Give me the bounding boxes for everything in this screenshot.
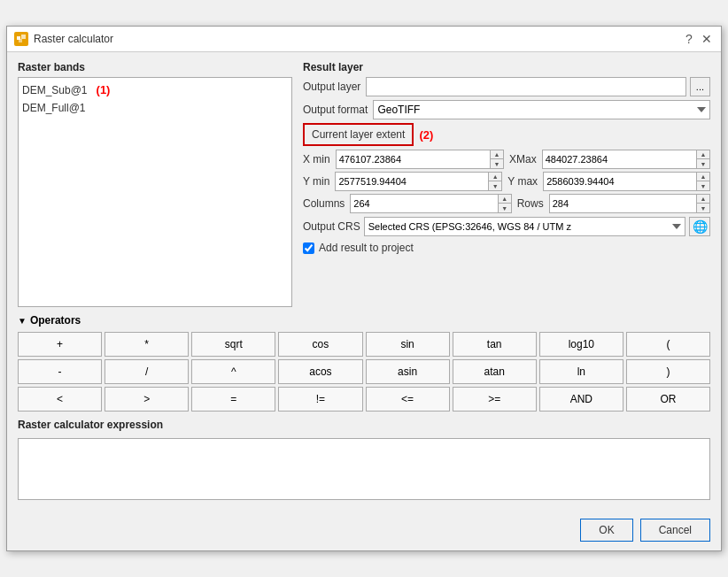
close-button[interactable]: ✕ [700, 32, 714, 46]
xmax-arrows: ▲ ▼ [697, 150, 710, 169]
extent-row-x: X min ▲ ▼ XMax ▲ ▼ [303, 150, 710, 169]
rows-label: Rows [517, 197, 544, 210]
current-layer-wrap: Current layer extent (2) [303, 123, 710, 146]
extent-row-y: Y min ▲ ▼ Y max ▲ ▼ [303, 172, 710, 191]
expression-textarea[interactable] [18, 438, 710, 500]
ymax-spin: ▲ ▼ [543, 172, 710, 191]
op-multiply[interactable]: * [105, 332, 189, 357]
rows-spin: ▲ ▼ [549, 194, 710, 213]
titlebar-left: Raster calculator [14, 32, 113, 46]
op-rparen[interactable]: ) [626, 359, 710, 384]
op-and[interactable]: AND [539, 387, 623, 412]
op-eq[interactable]: = [191, 387, 275, 412]
ok-button[interactable]: OK [580, 519, 632, 542]
op-plus[interactable]: + [18, 332, 102, 357]
browse-button[interactable]: ... [690, 77, 710, 96]
cancel-button[interactable]: Cancel [640, 519, 710, 542]
cols-rows-row: Columns ▲ ▼ Rows ▲ ▼ [303, 194, 710, 213]
ymin-up[interactable]: ▲ [489, 173, 501, 181]
op-lte[interactable]: <= [366, 387, 450, 412]
svg-rect-1 [21, 35, 26, 39]
op-asin[interactable]: asin [366, 359, 450, 384]
add-result-row: Add result to project [303, 242, 710, 254]
band-item-dem-sub[interactable]: DEM_Sub@1 (1) [22, 81, 288, 100]
xmin-label: X min [303, 153, 330, 165]
rows-up[interactable]: ▲ [697, 195, 709, 204]
op-neq[interactable]: != [278, 387, 362, 412]
columns-spin: ▲ ▼ [350, 194, 511, 213]
output-layer-input[interactable] [366, 77, 685, 96]
op-atan[interactable]: atan [453, 359, 537, 384]
current-layer-extent-button[interactable]: Current layer extent [303, 123, 414, 146]
ymax-down[interactable]: ▼ [697, 181, 709, 190]
expression-title: Raster calculator expression [18, 419, 710, 431]
xmin-input[interactable] [336, 150, 491, 169]
columns-label: Columns [303, 197, 345, 210]
ymin-arrows: ▲ ▼ [489, 172, 502, 191]
output-format-select[interactable]: GeoTIFF [373, 100, 710, 119]
ymin-down[interactable]: ▼ [489, 181, 501, 190]
app-icon [14, 32, 28, 46]
xmin-arrows: ▲ ▼ [491, 150, 504, 169]
xmin-up[interactable]: ▲ [491, 150, 503, 159]
op-tan[interactable]: tan [453, 332, 537, 357]
op-ln[interactable]: ln [539, 359, 623, 384]
help-button[interactable]: ? [682, 32, 696, 46]
columns-up[interactable]: ▲ [499, 195, 511, 204]
ymax-arrows: ▲ ▼ [697, 172, 710, 191]
window-title: Raster calculator [34, 33, 113, 45]
op-power[interactable]: ^ [191, 359, 275, 384]
ymin-spin: ▲ ▼ [335, 172, 502, 191]
raster-bands-title: Raster bands [18, 61, 292, 73]
output-layer-label: Output layer [303, 81, 360, 93]
raster-calculator-window: Raster calculator ? ✕ Raster bands DEM_S… [6, 26, 722, 551]
op-sin[interactable]: sin [366, 332, 450, 357]
rows-down[interactable]: ▼ [697, 204, 709, 212]
xmax-spin: ▲ ▼ [542, 150, 710, 169]
top-section: Raster bands DEM_Sub@1 (1) DEM_Full@1 Re… [18, 61, 710, 307]
globe-button[interactable]: 🌐 [689, 217, 710, 236]
operators-header: ▼ Operators [18, 314, 710, 327]
op-cos[interactable]: cos [278, 332, 362, 357]
output-crs-row: Output CRS Selected CRS (EPSG:32646, WGS… [303, 217, 710, 236]
op-divide[interactable]: / [105, 359, 189, 384]
xmax-up[interactable]: ▲ [697, 150, 709, 159]
ymax-input[interactable] [543, 172, 697, 191]
output-format-label: Output format [303, 104, 368, 116]
xmin-spin: ▲ ▼ [336, 150, 504, 169]
op-log10[interactable]: log10 [539, 332, 623, 357]
ymax-label: Y max [507, 175, 538, 188]
ymin-label: Y min [303, 175, 329, 188]
ymin-input[interactable] [335, 172, 489, 191]
raster-bands-box[interactable]: DEM_Sub@1 (1) DEM_Full@1 [18, 77, 292, 307]
annotation-1: (1) [97, 83, 111, 96]
op-minus[interactable]: - [18, 359, 102, 384]
op-acos[interactable]: acos [278, 359, 362, 384]
collapse-icon[interactable]: ▼ [18, 316, 27, 326]
columns-input[interactable] [350, 194, 498, 213]
svg-rect-2 [19, 39, 22, 42]
band-item-dem-full[interactable]: DEM_Full@1 [22, 100, 288, 117]
operators-title: Operators [30, 314, 81, 327]
op-gte[interactable]: >= [453, 387, 537, 412]
op-lt[interactable]: < [18, 387, 102, 412]
operators-section: ▼ Operators + * sqrt cos sin tan log10 (… [18, 314, 710, 412]
result-layer-title: Result layer [303, 61, 710, 73]
op-or[interactable]: OR [626, 387, 710, 412]
expression-section: Raster calculator expression [18, 419, 710, 503]
xmin-down[interactable]: ▼ [491, 159, 503, 168]
columns-down[interactable]: ▼ [499, 204, 511, 212]
crs-select[interactable]: Selected CRS (EPSG:32646, WGS 84 / UTM z [364, 217, 685, 236]
op-lparen[interactable]: ( [626, 332, 710, 357]
titlebar: Raster calculator ? ✕ [7, 27, 721, 52]
xmax-input[interactable] [542, 150, 697, 169]
xmax-down[interactable]: ▼ [697, 159, 709, 168]
rows-input[interactable] [549, 194, 697, 213]
op-gt[interactable]: > [105, 387, 189, 412]
ymax-up[interactable]: ▲ [697, 173, 709, 181]
add-result-checkbox[interactable] [303, 242, 314, 254]
columns-arrows: ▲ ▼ [499, 194, 512, 213]
op-sqrt[interactable]: sqrt [191, 332, 275, 357]
main-content: Raster bands DEM_Sub@1 (1) DEM_Full@1 Re… [7, 52, 721, 512]
right-panel: Result layer Output layer ... Output for… [303, 61, 710, 307]
